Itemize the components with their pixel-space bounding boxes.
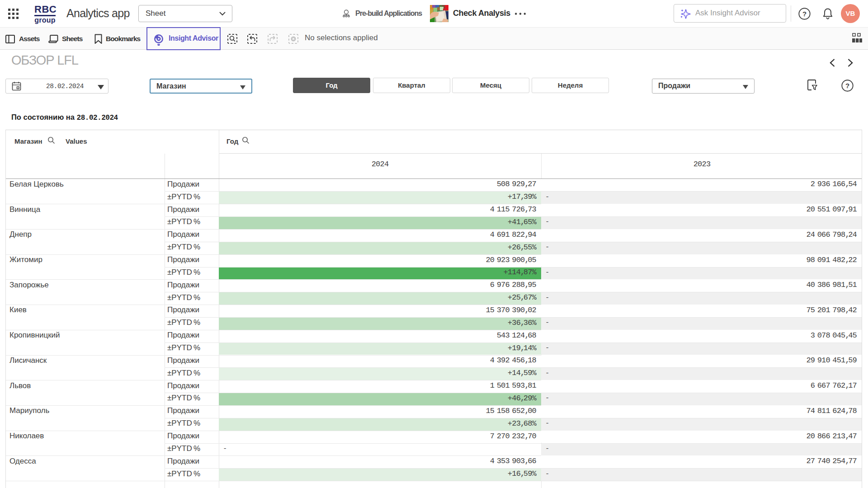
svg-text:?: ? xyxy=(802,10,807,18)
svg-text:?: ? xyxy=(845,82,849,89)
